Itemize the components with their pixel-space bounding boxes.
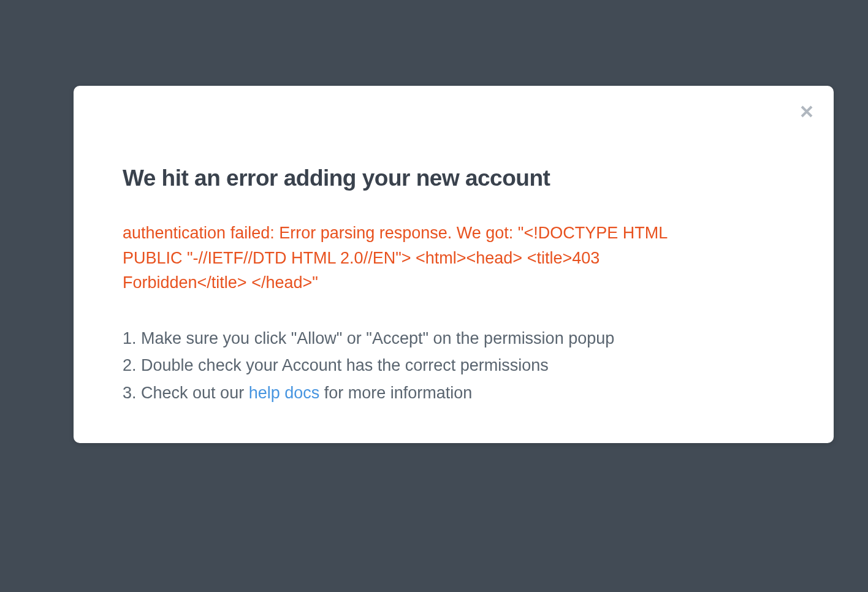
steps-list: Make sure you click "Allow" or "Accept" … [123,325,785,407]
modal-title: We hit an error adding your new account [123,165,785,191]
list-item: Make sure you click "Allow" or "Accept" … [123,325,785,352]
help-docs-link[interactable]: help docs [249,384,320,402]
step-text-after: for more information [319,384,472,402]
step-text: Check out our [141,384,249,402]
step-text: Double check your Account has the correc… [141,356,549,374]
close-icon [798,103,815,123]
close-button[interactable] [797,103,817,123]
list-item: Double check your Account has the correc… [123,352,785,379]
error-message: authentication failed: Error parsing res… [123,221,674,295]
step-text: Make sure you click "Allow" or "Accept" … [141,329,614,347]
error-modal: We hit an error adding your new account … [74,86,834,443]
list-item: Check out our help docs for more informa… [123,379,785,407]
